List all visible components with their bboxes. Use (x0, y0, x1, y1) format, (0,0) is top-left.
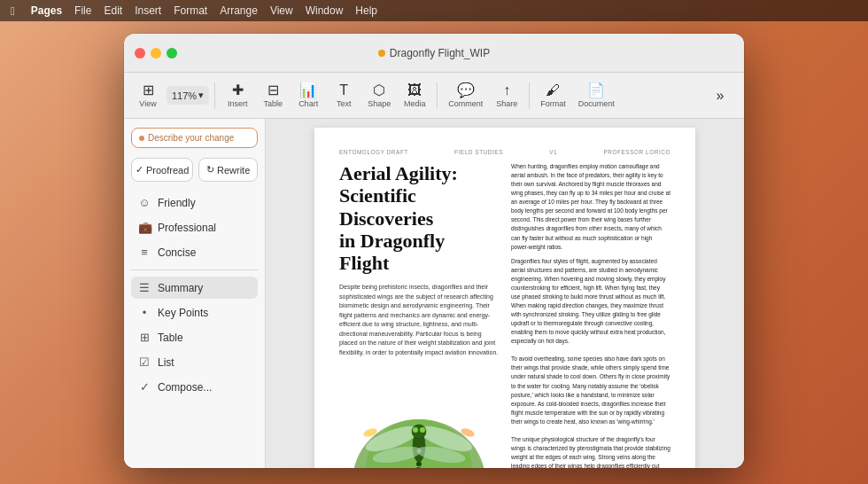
toolbar-chart[interactable]: 📊 Chart (291, 80, 325, 112)
insert-label: Insert (228, 99, 248, 108)
media-icon: 🖼 (407, 83, 422, 98)
toolbar-document[interactable]: 📄 Document (573, 80, 620, 112)
action-buttons: ✓ Proofread ↻ Rewrite (131, 158, 258, 182)
sidebar-item-table[interactable]: ⊞ Table (131, 326, 258, 348)
toolbar-view[interactable]: ⊞ View (131, 80, 165, 112)
toolbar-share[interactable]: ↑ Share (490, 80, 523, 112)
table-label: Table (158, 332, 183, 344)
format-label: Format (540, 99, 566, 108)
menu-help[interactable]: Help (355, 4, 377, 17)
list-label: List (158, 356, 174, 369)
zoom-control[interactable]: 117% ▾ (167, 86, 209, 105)
format-icon: 🖌 (546, 83, 560, 98)
close-button[interactable] (135, 48, 145, 59)
zoom-chevron-icon: ▾ (198, 90, 204, 101)
shape-label: Shape (368, 99, 391, 108)
menu-edit[interactable]: Edit (104, 4, 122, 17)
app-name[interactable]: Pages (31, 4, 62, 17)
document-label: Document (578, 99, 615, 108)
key-points-label: Key Points (158, 307, 208, 319)
toolbar: ⊞ View 117% ▾ ✚ Insert ⊟ Table 📊 Chart T… (124, 73, 744, 119)
writing-tools-sidebar: Describe your change ✓ Proofread ↻ Rewri… (124, 119, 266, 468)
rewrite-label: Rewrite (217, 165, 250, 176)
doc-header-version: V1 (549, 149, 557, 155)
comment-icon: 💬 (457, 83, 475, 98)
sidebar-item-key-points[interactable]: • Key Points (131, 301, 258, 324)
toolbar-separator-2 (437, 82, 438, 109)
apple-menu[interactable]:  (11, 4, 15, 18)
svg-rect-3 (416, 462, 422, 466)
describe-placeholder: Describe your change (148, 133, 234, 143)
doc-intro: Despite being prehistoric insects, drago… (339, 283, 499, 357)
professional-label: Professional (158, 222, 216, 234)
document-page: ENTOMOLOGY DRAFT FIELD STUDIES V1 PROFES… (314, 128, 695, 468)
toolbar-format[interactable]: 🖌 Format (535, 80, 571, 112)
toolbar-more[interactable]: » (703, 85, 737, 106)
toolbar-insert[interactable]: ✚ Insert (221, 80, 254, 112)
window-title: Dragonfly Flight_WIP (135, 47, 733, 59)
sidebar-item-concise[interactable]: ≡ Concise (131, 241, 258, 263)
describe-input[interactable]: Describe your change (131, 128, 258, 148)
pages-window: Dragonfly Flight_WIP ⊞ View 117% ▾ ✚ Ins… (124, 34, 744, 468)
doc-body-left: Dragonflies four styles of flight, augme… (511, 257, 670, 468)
doc-header: ENTOMOLOGY DRAFT FIELD STUDIES V1 PROFES… (339, 149, 670, 155)
summary-label: Summary (158, 282, 203, 294)
minimize-button[interactable] (151, 48, 161, 59)
sidebar-item-compose[interactable]: ✓ Compose... (131, 376, 258, 398)
proofread-label: Proofread (146, 165, 189, 176)
menu-insert[interactable]: Insert (135, 4, 161, 17)
summary-icon: ☰ (138, 281, 151, 294)
svg-point-14 (420, 427, 425, 433)
maximize-button[interactable] (167, 48, 177, 59)
chart-icon: 📊 (299, 83, 317, 98)
menu-arrange[interactable]: Arrange (220, 4, 258, 17)
document-area[interactable]: ENTOMOLOGY DRAFT FIELD STUDIES V1 PROFES… (266, 119, 744, 468)
sidebar-item-professional[interactable]: 💼 Professional (131, 216, 258, 238)
toolbar-comment[interactable]: 💬 Comment (443, 80, 488, 112)
more-icon: » (717, 89, 725, 103)
dragonfly-svg (344, 366, 494, 468)
friendly-icon: ☺ (138, 196, 151, 209)
share-icon: ↑ (503, 83, 510, 98)
view-label: View (139, 99, 156, 108)
doc-status-dot (378, 50, 385, 57)
doc-header-right: PROFESSOR LORICO (603, 149, 670, 155)
toolbar-separator-1 (214, 82, 215, 109)
rewrite-button[interactable]: ↻ Rewrite (198, 158, 258, 182)
sidebar-item-list[interactable]: ☑ List (131, 351, 258, 373)
toolbar-shape[interactable]: ⬡ Shape (362, 80, 396, 112)
table-label: Table (263, 99, 283, 108)
doc-body-right: When hunting, dragonflies employ motion … (511, 162, 670, 252)
friendly-label: Friendly (158, 197, 196, 209)
menu-format[interactable]: Format (174, 4, 207, 17)
text-icon: T (339, 83, 348, 98)
comment-label: Comment (448, 99, 483, 108)
proofread-button[interactable]: ✓ Proofread (131, 158, 193, 182)
document-icon: 📄 (587, 83, 605, 98)
toolbar-media[interactable]: 🖼 Media (398, 80, 431, 112)
toolbar-table[interactable]: ⊟ Table (256, 80, 290, 112)
table-icon: ⊟ (267, 83, 279, 98)
key-points-icon: • (138, 306, 151, 319)
menu-window[interactable]: Window (306, 4, 344, 17)
menu-view[interactable]: View (270, 4, 293, 17)
share-label: Share (496, 99, 517, 108)
doc-header-left: ENTOMOLOGY DRAFT (339, 149, 408, 155)
sidebar-item-summary[interactable]: ☰ Summary (131, 277, 258, 299)
sidebar-divider (131, 269, 258, 270)
window-title-text: Dragonfly Flight_WIP (390, 47, 490, 59)
professional-icon: 💼 (138, 221, 151, 234)
describe-dot (139, 136, 144, 141)
concise-label: Concise (158, 246, 196, 259)
svg-point-13 (413, 427, 418, 433)
doc-title: Aerial Agility:Scientific Discoveriesin … (339, 162, 499, 274)
view-icon: ⊞ (143, 83, 154, 98)
traffic-lights (135, 48, 177, 59)
menu-file[interactable]: File (74, 4, 91, 17)
sidebar-item-friendly[interactable]: ☺ Friendly (131, 191, 258, 214)
text-label: Text (337, 99, 352, 108)
media-label: Media (404, 99, 426, 108)
list-icon: ☑ (138, 355, 151, 369)
toolbar-text[interactable]: T Text (327, 80, 360, 112)
shape-icon: ⬡ (373, 83, 385, 98)
